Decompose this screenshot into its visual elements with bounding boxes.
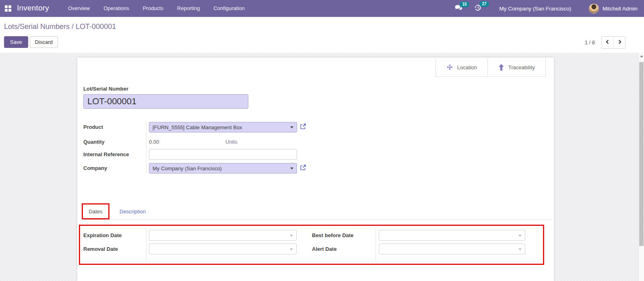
quantity-uom: Units	[225, 137, 237, 147]
lot-serial-input[interactable]	[83, 94, 248, 109]
scrollbar-up-arrow-icon[interactable]	[640, 55, 643, 57]
main-menu: Overview Operations Products Reporting C…	[61, 0, 252, 17]
control-panel-buttons: Save Discard	[4, 36, 58, 48]
stat-buttons: Location Traceability	[436, 58, 546, 77]
alert-date-input[interactable]	[379, 244, 525, 254]
traceability-stat-button[interactable]: Traceability	[487, 58, 545, 76]
company-value: My Company (San Francisco)	[153, 165, 222, 171]
quantity-label: Quantity	[83, 137, 105, 147]
user-menu[interactable]: Mitchell Admin	[589, 4, 638, 14]
nav-item-reporting[interactable]: Reporting	[170, 0, 206, 17]
quantity-value: 0.00	[149, 137, 159, 147]
best-before-date-field	[379, 230, 525, 241]
user-name: Mitchell Admin	[603, 6, 638, 12]
lot-serial-label: Lot/Serial Number	[83, 86, 128, 92]
dates-left-separator	[146, 228, 147, 261]
pager-count: 1 / 8	[585, 39, 595, 45]
pager-buttons	[601, 36, 625, 49]
scrollbar-thumb[interactable]	[639, 62, 644, 246]
location-stat-button[interactable]: Location	[436, 58, 487, 76]
breadcrumb-current: LOT-000001	[76, 23, 116, 31]
dropdown-caret-icon	[290, 235, 293, 237]
activities-button[interactable]: 27	[475, 4, 481, 13]
content-area: Location Traceability Lot/Serial Number …	[0, 53, 644, 281]
nav-item-configuration[interactable]: Configuration	[206, 0, 251, 17]
control-panel: Lots/Serial Numbers / LOT-000001 Save Di…	[0, 17, 644, 53]
company-label: Company	[83, 163, 107, 174]
messages-button[interactable]: 15	[455, 5, 462, 12]
vertical-scrollbar[interactable]	[638, 53, 644, 281]
breadcrumb: Lots/Serial Numbers / LOT-000001	[4, 23, 116, 31]
dropdown-caret-icon	[518, 248, 522, 250]
messages-badge: 15	[460, 2, 469, 7]
location-stat-label: Location	[457, 64, 477, 70]
breadcrumb-parent[interactable]: Lots/Serial Numbers	[4, 23, 70, 31]
chevron-right-icon	[617, 39, 622, 45]
expiration-date-label: Expiration Date	[83, 230, 122, 241]
product-field[interactable]: [FURN_5555] Cable Management Box	[149, 122, 297, 132]
traceability-stat-label: Traceability	[508, 64, 535, 70]
removal-date-label: Removal Date	[83, 244, 118, 254]
apps-grid-icon	[5, 5, 11, 12]
dates-right-separator	[376, 228, 376, 261]
tab-dates[interactable]: Dates	[82, 203, 109, 219]
activities-badge: 27	[479, 1, 489, 7]
tab-underline	[83, 219, 551, 220]
removal-date-field	[149, 244, 297, 254]
company-external-link-icon[interactable]	[300, 164, 306, 171]
company-field[interactable]: My Company (San Francisco)	[149, 163, 297, 174]
company-switcher[interactable]: My Company (San Francisco)	[499, 6, 571, 12]
navbar-systray: 15 27 My Company (San Francisco) Mitchel…	[455, 4, 644, 14]
top-navbar: Inventory Overview Operations Products R…	[0, 0, 644, 17]
arrow-up-icon	[498, 64, 504, 71]
product-value: [FURN_5555] Cable Management Box	[153, 124, 242, 130]
label-field-separator	[146, 121, 147, 174]
user-avatar	[589, 4, 599, 14]
apps-menu-button[interactable]	[0, 0, 16, 17]
removal-date-input[interactable]	[149, 244, 296, 254]
dropdown-caret-icon	[290, 167, 293, 169]
discard-button[interactable]: Discard	[30, 36, 58, 48]
dates-section: Expiration Date Removal Date Best before…	[79, 225, 544, 265]
best-before-date-input[interactable]	[379, 230, 525, 240]
product-label: Product	[83, 122, 103, 132]
internal-reference-input[interactable]	[149, 149, 297, 160]
internal-reference-label: Internal Reference	[83, 149, 129, 160]
alert-date-field	[379, 244, 525, 254]
dropdown-caret-icon	[290, 248, 293, 250]
tab-description[interactable]: Description	[116, 203, 150, 219]
nav-item-operations[interactable]: Operations	[97, 0, 136, 17]
nav-item-overview[interactable]: Overview	[61, 0, 97, 17]
alert-date-label: Alert Date	[312, 244, 336, 254]
expiration-date-input[interactable]	[149, 230, 296, 240]
best-before-date-label: Best before Date	[312, 230, 353, 241]
nav-item-products[interactable]: Products	[136, 0, 170, 17]
expiration-date-field	[149, 230, 297, 241]
app-name[interactable]: Inventory	[17, 4, 49, 12]
screen: Inventory Overview Operations Products R…	[0, 0, 644, 281]
dropdown-caret-icon	[290, 126, 293, 128]
breadcrumb-separator: /	[70, 23, 76, 31]
form-sheet: Location Traceability Lot/Serial Number …	[77, 58, 554, 281]
pager-previous-button[interactable]	[602, 37, 613, 48]
product-external-link-icon[interactable]	[300, 123, 306, 130]
dropdown-caret-icon	[518, 235, 522, 237]
save-button[interactable]: Save	[4, 36, 28, 48]
pager-next-button[interactable]	[613, 37, 625, 48]
navbar-left: Inventory Overview Operations Products R…	[0, 0, 252, 17]
pager: 1 / 8	[585, 36, 625, 49]
chevron-left-icon	[605, 39, 610, 45]
move-arrows-icon	[446, 64, 453, 71]
